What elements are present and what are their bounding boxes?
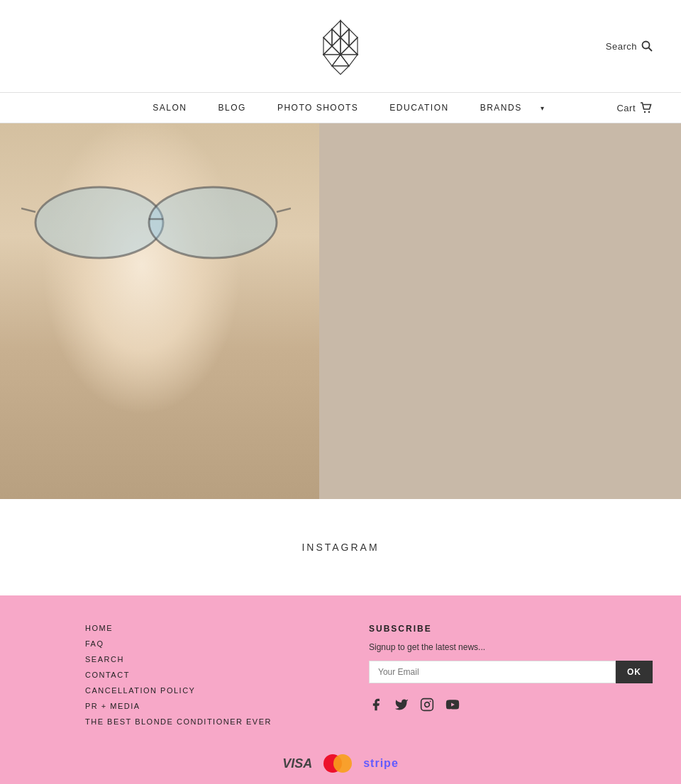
instagram-title: INSTAGRAM [28,542,653,553]
hero-image [0,123,681,499]
svg-marker-11 [340,46,358,55]
nav-brands[interactable]: BRANDS ▾ [465,93,544,123]
nav-photo-shoots[interactable]: PHOTO SHOOTS [262,93,374,123]
nav-education[interactable]: EDUCATION [374,93,464,123]
svg-marker-4 [332,29,340,46]
svg-line-24 [277,208,291,212]
svg-marker-14 [332,55,349,66]
svg-point-19 [648,111,650,113]
svg-line-17 [649,48,653,52]
svg-point-18 [644,111,646,113]
nav-brands-link[interactable]: BRANDS [465,93,538,123]
footer-link-faq[interactable]: FAQ [85,639,369,648]
svg-line-23 [21,208,35,212]
footer-link-pr-media[interactable]: PR + MEDIA [85,702,369,710]
svg-point-21 [149,187,277,258]
search-icon [641,40,653,52]
chevron-down-icon: ▾ [541,104,544,112]
stripe-icon: stripe [363,757,399,770]
cart-icon [640,102,653,113]
svg-rect-25 [421,699,433,711]
nav-salon[interactable]: SALON [137,93,202,123]
instagram-icon[interactable] [420,698,434,715]
sunglasses-graphic [21,180,291,265]
svg-marker-12 [323,55,340,66]
footer-link-home[interactable]: HOME [85,624,369,632]
subscribe-button[interactable]: OK [616,661,653,683]
footer-links: HOME FAQ SEARCH CONTACT CANCELLATION POL… [28,624,369,733]
visa-icon: VISA [282,756,312,771]
site-footer: HOME FAQ SEARCH CONTACT CANCELLATION POL… [0,595,681,784]
mastercard-icon [323,754,352,773]
twitter-icon[interactable] [394,698,409,715]
svg-marker-1 [332,21,340,38]
subscribe-title: SUBSCRIBE [369,624,653,634]
footer-link-blonde[interactable]: THE BEST BLONDE CONDITIONER EVER [85,717,369,726]
cart-label: Cart [616,103,636,113]
footer-subscribe: SUBSCRIBE Signup to get the latest news.… [369,624,653,733]
svg-marker-9 [340,38,349,55]
subscribe-form: OK [369,661,653,683]
search-label: Search [606,41,637,52]
main-nav: SALON BLOG PHOTO SHOOTS EDUCATION BRANDS… [0,92,681,123]
instagram-section: INSTAGRAM [0,499,681,595]
svg-point-20 [35,187,163,258]
subscribe-description: Signup to get the latest news... [369,642,653,652]
site-logo[interactable] [312,14,369,78]
footer-link-contact[interactable]: CONTACT [85,671,369,679]
nav-blog[interactable]: BLOG [203,93,262,123]
svg-point-16 [643,42,650,49]
site-header: Search [0,0,681,92]
svg-marker-15 [332,66,349,74]
search-button[interactable]: Search [606,40,653,52]
payment-section: VISA stripe [28,733,653,773]
social-icons [369,698,653,715]
footer-link-search[interactable]: SEARCH [85,655,369,663]
email-input[interactable] [369,661,616,683]
cart-button[interactable]: Cart [616,102,653,113]
hero-section [0,123,681,499]
footer-link-cancellation[interactable]: CANCELLATION POLICY [85,686,369,695]
svg-marker-5 [323,29,332,46]
svg-marker-13 [340,55,358,66]
youtube-icon[interactable] [445,698,460,715]
svg-marker-7 [323,38,332,55]
svg-marker-0 [340,21,349,38]
svg-marker-6 [332,38,340,55]
svg-marker-8 [349,38,358,55]
svg-marker-2 [349,29,358,46]
facebook-icon[interactable] [369,698,383,715]
svg-marker-10 [323,46,340,55]
svg-marker-3 [340,29,349,46]
